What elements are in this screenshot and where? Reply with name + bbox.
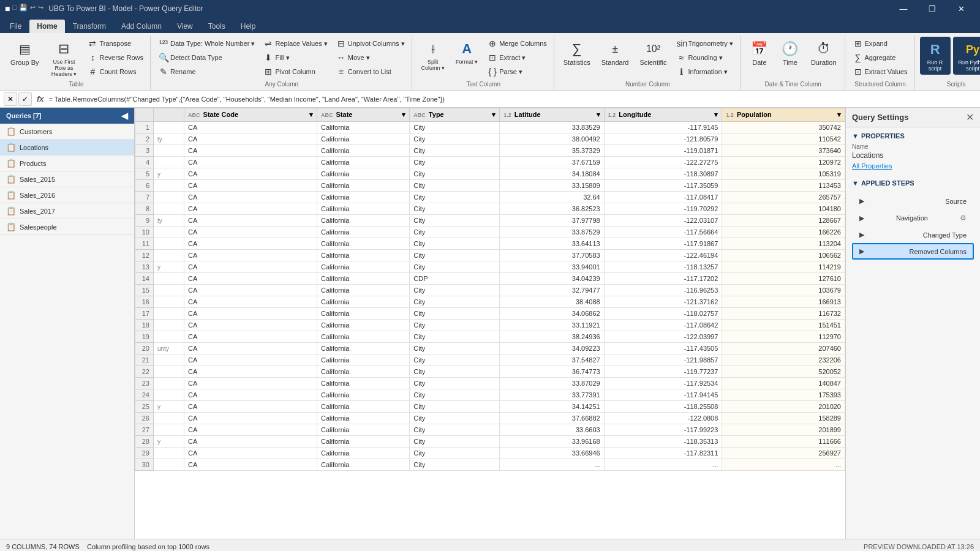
run-r-script-button[interactable]: R Run Rscript — [920, 37, 951, 75]
col0-cell: y — [154, 168, 184, 180]
statistics-button[interactable]: ∑ Statistics — [559, 37, 595, 69]
extract-button[interactable]: ⊡ Extract ▾ — [484, 51, 550, 64]
tab-file[interactable]: File — [2, 20, 29, 33]
parse-icon: { } — [488, 67, 497, 77]
tab-add-column[interactable]: Add Column — [114, 20, 169, 33]
maximize-btn[interactable]: ❐ — [918, 0, 946, 17]
tab-transform[interactable]: Transform — [66, 20, 113, 33]
rounding-label: Rounding — [688, 54, 717, 61]
step-source[interactable]: ▶ Source — [852, 193, 974, 209]
rename-label: Rename — [170, 68, 196, 75]
parse-label: Parse ▾ — [499, 68, 522, 76]
use-first-row-button[interactable]: ⊟ Use First Row as Headers ▾ — [45, 37, 82, 80]
col0-cell — [154, 413, 184, 424]
move-button[interactable]: ↔ Move ▾ — [333, 51, 408, 64]
formula-confirm-btn[interactable]: ✓ — [18, 92, 32, 106]
aggregate-button[interactable]: ∑ Aggregate — [850, 51, 911, 64]
trigonometry-button[interactable]: sin Trigonometry ▾ — [673, 37, 736, 50]
sidebar-collapse-btn[interactable]: ◀ — [121, 111, 128, 121]
col-header-type[interactable]: ABC Type ▾ — [410, 108, 500, 122]
expand-button[interactable]: ⊞ Expand — [850, 37, 911, 50]
col-header-longitude[interactable]: 1.2 Longitude ▾ — [604, 108, 722, 122]
query-panel-close-btn[interactable]: ✕ — [966, 111, 974, 123]
minimize-btn[interactable]: — — [889, 0, 918, 17]
main-content: Queries [7] ◀ 📋 Customers 📋 Locations 📋 … — [0, 108, 980, 539]
rounding-button[interactable]: ≈ Rounding ▾ — [673, 51, 736, 64]
convert-to-list-label: Convert to List — [348, 68, 391, 75]
tab-view[interactable]: View — [170, 20, 200, 33]
population-cell: 110542 — [722, 133, 845, 145]
population-cell: 201020 — [722, 401, 845, 413]
fill-button[interactable]: ⬇ Fill ▾ — [260, 51, 330, 64]
unpivot-columns-button[interactable]: ⊟ Unpivot Columns ▾ — [333, 37, 408, 50]
sidebar-item-products[interactable]: 📋 Products — [0, 156, 134, 171]
close-btn[interactable]: ✕ — [947, 0, 975, 17]
sidebar-item-locations[interactable]: 📋 Locations — [0, 140, 134, 156]
table-body: 1 CA California City 33.83529 -117.9145 … — [135, 122, 845, 471]
table-row: 21 CA California City 37.54827 -121.9885… — [135, 354, 845, 366]
population-cell: 104180 — [722, 203, 845, 215]
longitude-cell: -119.77237 — [604, 366, 722, 378]
merge-columns-button[interactable]: ⊕ Merge Columns — [484, 37, 550, 50]
population-label: Population — [737, 111, 772, 118]
population-cell: 520052 — [722, 366, 845, 378]
sidebar-item-salespeople[interactable]: 📋 Salespeople — [0, 219, 134, 235]
state-code-cell: CA — [184, 133, 317, 145]
formula-cancel-btn[interactable]: ✕ — [4, 92, 17, 106]
tab-tools[interactable]: Tools — [201, 20, 233, 33]
format-button[interactable]: A Format ▾ — [451, 37, 482, 67]
title-bar: ■ □ 💾 ↩ ↪ UBG To Power BI - Model - Powe… — [0, 0, 980, 17]
convert-to-list-button[interactable]: ≡ Convert to List — [333, 65, 408, 78]
date-label: Date — [752, 59, 766, 66]
transpose-button[interactable]: ⇄ Transpose — [85, 37, 146, 50]
type-cell: City — [410, 296, 500, 308]
time-button[interactable]: 🕐 Time — [776, 37, 804, 69]
step-changed-type[interactable]: ▶ Changed Type — [852, 227, 974, 243]
step-navigation[interactable]: ▶ Navigation ⚙ — [852, 209, 974, 227]
date-button[interactable]: 📅 Date — [745, 37, 774, 69]
data-type-button[interactable]: ¹²³ Data Type: Whole Number ▾ — [156, 37, 258, 50]
col-header-state[interactable]: ABC State ▾ — [317, 108, 409, 122]
step-removed-columns[interactable]: ▶ Removed Columns — [852, 243, 974, 260]
pivot-column-button[interactable]: ⊞ Pivot Column — [260, 65, 330, 78]
sidebar-item-sales2015[interactable]: 📋 Sales_2015 — [0, 171, 134, 187]
row-num-cell: 30 — [135, 459, 154, 471]
sidebar-item-sales2016[interactable]: 📋 Sales_2016 — [0, 187, 134, 203]
ribbon-group-any-column: ¹²³ Data Type: Whole Number ▾ 🔍 Detect D… — [152, 36, 412, 90]
scientific-button[interactable]: 10² Scientific — [635, 37, 671, 69]
latitude-cell: 33.94001 — [500, 261, 604, 273]
transpose-label: Transpose — [99, 40, 131, 47]
detect-data-type-button[interactable]: 🔍 Detect Data Type — [156, 51, 258, 64]
replace-values-button[interactable]: ⇌ Replace Values ▾ — [260, 37, 330, 50]
col-header-latitude[interactable]: 1.2 Latitude ▾ — [500, 108, 604, 122]
rename-button[interactable]: ✎ Rename — [156, 65, 258, 78]
reverse-rows-button[interactable]: ↕ Reverse Rows — [85, 51, 146, 64]
navigation-gear-icon[interactable]: ⚙ — [960, 214, 967, 222]
data-grid-wrapper[interactable]: ABC State Code ▾ ABC State ▾ ABC Type — [135, 108, 845, 539]
latitude-cell: 37.67159 — [500, 157, 604, 168]
extract-values-button[interactable]: ⊡ Extract Values — [850, 65, 911, 78]
longitude-cell: -116.96253 — [604, 285, 722, 296]
run-python-script-button[interactable]: Py Run Pythonscript — [953, 37, 980, 75]
split-column-icon: ⫲ — [423, 39, 443, 59]
col0-cell — [154, 354, 184, 366]
all-properties-link[interactable]: All Properties — [852, 162, 974, 170]
split-column-button[interactable]: ⫲ SplitColumn ▾ — [417, 37, 450, 73]
doc-icon: □ — [12, 4, 17, 13]
tab-help[interactable]: Help — [233, 20, 263, 33]
information-button[interactable]: ℹ Information ▾ — [673, 65, 736, 78]
sidebar-item-sales2017[interactable]: 📋 Sales_2017 — [0, 203, 134, 219]
tab-home[interactable]: Home — [29, 20, 64, 33]
ribbon-group-table: ▤ Group By ⊟ Use First Row as Headers ▾ … — [2, 36, 151, 90]
parse-button[interactable]: { } Parse ▾ — [484, 65, 550, 78]
duration-button[interactable]: ⏱ Duration — [807, 37, 841, 69]
count-rows-button[interactable]: # Count Rows — [85, 65, 146, 78]
formula-input[interactable] — [49, 96, 976, 103]
applied-steps-section: ▼ APPLIED STEPS ▶ Source ▶ Navigation ⚙ … — [846, 174, 980, 267]
col-header-population[interactable]: 1.2 Population ▾ — [722, 108, 845, 122]
col-header-state-code[interactable]: ABC State Code ▾ — [184, 108, 317, 122]
group-by-button[interactable]: ▤ Group By — [6, 37, 43, 69]
sidebar-item-customers[interactable]: 📋 Customers — [0, 124, 134, 140]
standard-button[interactable]: ± Standard — [597, 37, 633, 69]
ribbon: ▤ Group By ⊟ Use First Row as Headers ▾ … — [0, 33, 980, 91]
